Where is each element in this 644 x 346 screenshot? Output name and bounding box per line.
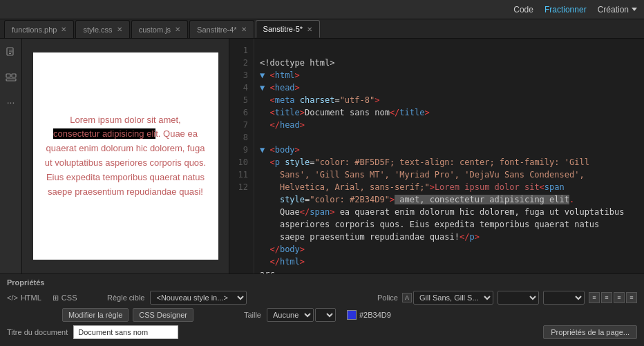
close-custom-tab[interactable]: ✕ <box>175 26 180 33</box>
code-content: 1 2 3 4 5 6 7 8 9 10 11 12 <!doctype htm… <box>229 39 644 273</box>
font-preview-icon: A <box>402 293 412 302</box>
taille-unit-select[interactable] <box>315 308 336 322</box>
doc-title-label: Titre du document <box>7 328 68 336</box>
creation-arrow-icon <box>632 8 637 11</box>
police-select[interactable]: Gill Sans, Gill S... <box>413 291 493 305</box>
menu-fractionner[interactable]: Fractionner <box>544 5 587 15</box>
align-center-icon[interactable]: ≡ <box>601 292 612 303</box>
sidebar-more-icon[interactable]: ··· <box>3 94 19 110</box>
sidebar-icons: ··· <box>0 39 22 273</box>
tab-bar: functions.php ✕ style.css ✕ custom.js ✕ … <box>0 19 644 39</box>
color-value-text: #2B34D9 <box>359 311 391 319</box>
modifier-regle-button[interactable]: Modifier la règle <box>62 308 129 322</box>
preview-panel: Lorem ipsum dolor sit amet, consectetur … <box>22 39 229 273</box>
close-sanstitre4-tab[interactable]: ✕ <box>241 26 247 33</box>
text-align-icons: ≡ ≡ ≡ ≡ <box>589 292 637 303</box>
props-tab-html[interactable]: </> HTML <box>7 294 41 302</box>
svg-rect-3 <box>9 53 11 54</box>
tab-sanstitre-5[interactable]: Sanstitre-5* ✕ <box>256 20 320 38</box>
taille-label: Taille <box>213 311 261 319</box>
line-numbers: 1 2 3 4 5 6 7 8 9 10 11 12 <box>229 39 254 273</box>
police-label: Police <box>350 294 398 302</box>
close-sanstitre5-tab[interactable]: ✕ <box>307 26 312 33</box>
align-justify-icon[interactable]: ≡ <box>626 292 637 303</box>
menu-code[interactable]: Code <box>513 5 533 15</box>
preview-text: Lorem ipsum dolor sit amet, consectetur … <box>44 113 207 200</box>
main-area: ··· Lorem ipsum dolor sit amet, consecte… <box>0 39 644 273</box>
align-left-icon[interactable]: ≡ <box>589 292 600 303</box>
props-tab-css[interactable]: ⊞ CSS <box>53 294 77 302</box>
sidebar-files-icon[interactable] <box>3 44 19 61</box>
svg-rect-4 <box>6 74 10 77</box>
preview-content: Lorem ipsum dolor sit amet, consectetur … <box>33 52 218 260</box>
svg-rect-5 <box>12 74 16 77</box>
doc-title-row: Titre du document Propriétés de la page.… <box>7 325 637 339</box>
taille-select[interactable]: Aucune <box>267 308 314 322</box>
doc-title-input[interactable] <box>73 325 178 339</box>
top-menu-bar: Code Fractionner Création <box>0 0 644 19</box>
tab-custom-js[interactable]: custom.js ✕ <box>131 20 188 38</box>
regle-cible-select[interactable]: <Nouveau style in...> <box>150 291 247 305</box>
tab-functions-php[interactable]: functions.php ✕ <box>4 20 74 38</box>
color-swatch[interactable] <box>347 310 357 320</box>
preview-highlighted-text: consectetur adipisicing eli <box>53 128 155 139</box>
code-editor[interactable]: <!doctype html> ▼ <html> ▼ <head> <meta … <box>254 39 644 273</box>
tab-style-css[interactable]: style.css ✕ <box>75 20 129 38</box>
align-right-icon[interactable]: ≡ <box>614 292 625 303</box>
top-menu-items: Code Fractionner Création <box>513 5 637 15</box>
regle-cible-label: Règle cible <box>96 294 144 302</box>
tab-sanstitre-4[interactable]: Sanstitre-4* ✕ <box>189 20 254 38</box>
close-functions-tab[interactable]: ✕ <box>61 26 66 33</box>
sidebar-insert-icon[interactable] <box>3 69 19 86</box>
properties-header: Propriétés <box>7 278 637 287</box>
font-style-select[interactable] <box>543 291 585 305</box>
font-weight-select[interactable] <box>498 291 539 305</box>
properties-panel: Propriétés </> HTML ⊞ CSS Règle cible <N… <box>0 273 644 346</box>
menu-creation[interactable]: Création <box>598 5 637 15</box>
svg-rect-6 <box>6 79 16 81</box>
css-designer-button[interactable]: CSS Designer <box>133 308 193 322</box>
props-modifier-row: Modifier la règle CSS Designer Taille Au… <box>7 308 637 322</box>
svg-rect-1 <box>9 50 12 50</box>
svg-rect-2 <box>9 52 12 52</box>
props-tabs-row: </> HTML ⊞ CSS Règle cible <Nouveau styl… <box>7 291 637 305</box>
close-style-tab[interactable]: ✕ <box>117 26 122 33</box>
code-panel: 1 2 3 4 5 6 7 8 9 10 11 12 <!doctype htm… <box>229 39 644 273</box>
page-props-button[interactable]: Propriétés de la page... <box>543 325 637 339</box>
